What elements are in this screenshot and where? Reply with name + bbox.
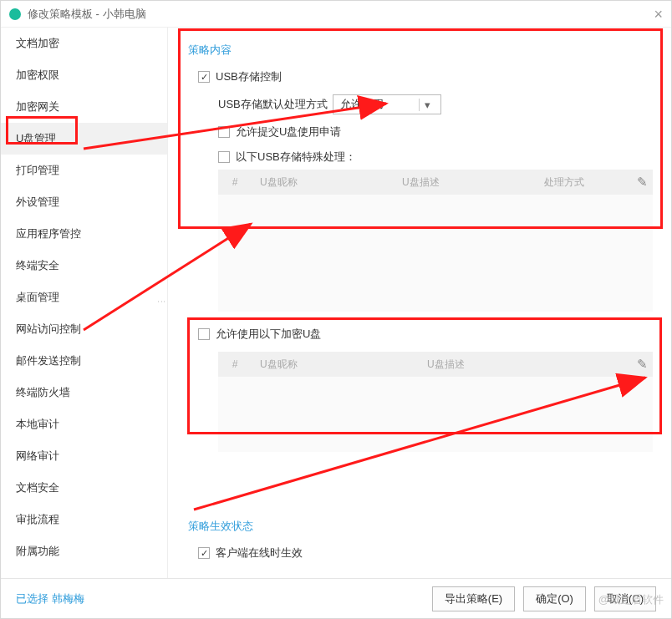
client-online-effective-checkbox[interactable] bbox=[198, 547, 210, 559]
sidebar-item-1[interactable]: 加密权限 bbox=[1, 59, 167, 91]
allow-encrypted-usb-label: 允许使用以下加密U盘 bbox=[216, 327, 321, 342]
app-icon bbox=[9, 8, 21, 20]
special-handling-checkbox[interactable] bbox=[218, 151, 230, 163]
col-desc: U盘描述 bbox=[394, 175, 536, 190]
ok-button[interactable]: 确定(O) bbox=[523, 586, 586, 611]
client-online-effective-label: 客户端在线时生效 bbox=[216, 545, 303, 561]
usb-default-mode-label: USB存储默认处理方式 bbox=[218, 97, 328, 112]
sidebar-item-9[interactable]: 网站访问控制 bbox=[1, 313, 167, 345]
watermark: @域之盾软件 bbox=[598, 592, 664, 607]
usb-storage-control-checkbox[interactable] bbox=[198, 71, 210, 83]
titlebar: 修改策略模板 - 小韩电脑 × bbox=[1, 1, 671, 28]
sidebar-item-2[interactable]: 加密网关 bbox=[1, 91, 167, 123]
sidebar-item-12[interactable]: 本地审计 bbox=[1, 408, 167, 440]
sidebar-item-0[interactable]: 文档加密 bbox=[1, 28, 167, 59]
allow-apply-checkbox[interactable] bbox=[218, 126, 230, 138]
footer: 已选择 韩梅梅 导出策略(E) 确定(O) 取消(C) bbox=[1, 578, 671, 618]
export-policy-button[interactable]: 导出策略(E) bbox=[432, 586, 515, 611]
col-handle: 处理方式 bbox=[536, 175, 611, 190]
sidebar-item-16[interactable]: 附属功能 bbox=[1, 535, 167, 567]
sidebar-item-4[interactable]: 打印管理 bbox=[1, 155, 167, 186]
sidebar-item-8[interactable]: 桌面管理 bbox=[1, 282, 167, 313]
col-desc: U盘描述 bbox=[419, 358, 653, 372]
allow-encrypted-usb-checkbox[interactable] bbox=[198, 328, 210, 340]
usb-default-mode-value: 允许使用 bbox=[340, 97, 384, 112]
encrypted-usb-table: # U盘昵称 U盘描述 ✎ bbox=[218, 352, 653, 452]
sidebar-item-15[interactable]: 审批流程 bbox=[1, 504, 167, 535]
selected-status: 已选择 韩梅梅 bbox=[16, 591, 84, 606]
table-header: # U盘昵称 U盘描述 处理方式 bbox=[218, 170, 653, 195]
usb-storage-control-label: USB存储控制 bbox=[216, 69, 282, 84]
col-num: # bbox=[218, 358, 252, 370]
sidebar-item-3[interactable]: U盘管理 bbox=[1, 123, 167, 155]
sidebar-item-7[interactable]: 终端安全 bbox=[1, 250, 167, 282]
table-header: # U盘昵称 U盘描述 bbox=[218, 352, 653, 377]
sidebar-item-6[interactable]: 应用程序管控 bbox=[1, 218, 167, 250]
edit-icon[interactable]: ✎ bbox=[637, 175, 648, 190]
table-body bbox=[218, 377, 653, 452]
edit-icon[interactable]: ✎ bbox=[637, 357, 648, 372]
col-nickname: U盘昵称 bbox=[252, 175, 394, 190]
section-effective-title: 策略生效状态 bbox=[188, 519, 651, 534]
sidebar-item-11[interactable]: 终端防火墙 bbox=[1, 377, 167, 408]
col-nickname: U盘昵称 bbox=[252, 358, 419, 372]
sidebar-item-14[interactable]: 文档安全 bbox=[1, 472, 167, 504]
table-body bbox=[218, 195, 653, 312]
window-title: 修改策略模板 - 小韩电脑 bbox=[28, 7, 146, 22]
content-panel: 策略内容 USB存储控制 USB存储默认处理方式 允许使用 ▾ 允许提交U盘使用… bbox=[168, 28, 671, 578]
sidebar-item-5[interactable]: 外设管理 bbox=[1, 186, 167, 218]
usb-default-mode-select[interactable]: 允许使用 ▾ bbox=[333, 94, 441, 114]
close-icon[interactable]: × bbox=[654, 6, 663, 23]
sidebar: 文档加密加密权限加密网关U盘管理打印管理外设管理应用程序管控终端安全桌面管理网站… bbox=[1, 28, 168, 578]
special-handling-label: 以下USB存储特殊处理： bbox=[236, 150, 356, 165]
sidebar-item-13[interactable]: 网络审计 bbox=[1, 440, 167, 472]
chevron-down-icon: ▾ bbox=[419, 99, 435, 111]
section-policy-content-title: 策略内容 bbox=[188, 43, 651, 58]
splitter-handle[interactable]: ⋮ bbox=[157, 297, 166, 304]
allow-apply-label: 允许提交U盘使用申请 bbox=[236, 124, 341, 140]
col-num: # bbox=[218, 176, 252, 188]
sidebar-item-10[interactable]: 邮件发送控制 bbox=[1, 345, 167, 377]
special-usb-table: # U盘昵称 U盘描述 处理方式 ✎ bbox=[218, 170, 653, 312]
